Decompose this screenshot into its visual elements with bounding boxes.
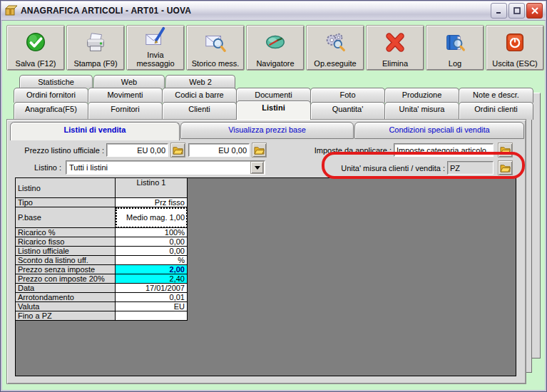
tab-statistiche[interactable]: Statistiche <box>19 75 93 88</box>
imposte-label: Imposte da applicare : <box>306 146 392 155</box>
close-icon <box>531 7 538 14</box>
subtab-listini-di-vendita[interactable]: Listini di vendita <box>10 122 180 140</box>
salva-button[interactable]: Salva (F12) <box>6 25 65 71</box>
minimize-button[interactable] <box>491 3 507 19</box>
prezzo-2-folder-button[interactable] <box>252 143 267 158</box>
table-row: Listino ufficiale 0,00 <box>16 247 188 256</box>
table-row: Tipo Prz fisso <box>16 198 188 207</box>
row-label: Sconto da listino uff. <box>16 256 116 265</box>
tab-clienti[interactable]: Clienti <box>162 102 237 120</box>
folder-icon <box>254 145 265 155</box>
listino-label: Listino : <box>14 163 61 172</box>
row-label: Data <box>16 284 116 293</box>
op-eseguite-button[interactable]: Op.eseguite <box>306 25 364 71</box>
prezzo-listino-input-2[interactable] <box>188 143 250 157</box>
toolbar-button-label: Elimina <box>382 59 408 68</box>
table-row: P.base Medio mag. 1,00 <box>16 207 188 228</box>
folder-icon <box>500 145 511 155</box>
row-value[interactable]: 0,00 <box>116 247 188 256</box>
toolbar: Salva (F12) Stampa (F9) Invia messaggio … <box>6 25 544 71</box>
combobox-dropdown-button[interactable] <box>250 161 264 174</box>
storico-messaggi-button[interactable]: Storico mess. <box>186 25 245 71</box>
imposte-folder-button[interactable] <box>498 143 513 158</box>
subtab-condizioni-speciali[interactable]: Condizioni speciali di vendita <box>354 122 524 139</box>
chevron-down-icon <box>255 166 260 170</box>
tab-foto[interactable]: Foto <box>310 88 385 103</box>
operations-search-icon <box>323 26 347 59</box>
elimina-button[interactable]: Elimina <box>366 25 424 71</box>
app-window: ANAGRAFICA ARTICOLI - ART01 - UOVA Salva… <box>0 0 547 392</box>
prezzo-listino-label: Prezzo listino ufficiale : <box>14 146 104 155</box>
title-bar: ANAGRAFICA ARTICOLI - ART01 - UOVA <box>1 1 546 21</box>
table-header-listino: Listino <box>16 178 116 198</box>
tab-note-e-descr[interactable]: Note e descr. <box>459 88 533 103</box>
stampa-button[interactable]: Stampa (F9) <box>66 25 125 71</box>
row-label: Arrotondamento <box>16 293 116 302</box>
tab-anagrafica[interactable]: Anagrafica(F5) <box>14 102 88 120</box>
table-header-listino-1: Listino 1 <box>116 178 188 198</box>
listino-combobox[interactable]: Tutti i listini <box>66 160 265 175</box>
invia-messaggio-button[interactable]: Invia messaggio <box>126 25 185 71</box>
toolbar-button-label: Op.eseguite <box>314 59 356 68</box>
imposte-input[interactable] <box>394 143 494 157</box>
window-title: ANAGRAFICA ARTICOLI - ART01 - UOVA <box>21 6 191 16</box>
row-label: Ricarico % <box>16 228 116 237</box>
row-label: Ricarico fisso <box>16 237 116 247</box>
tab-produzione[interactable]: Produzione <box>384 88 459 103</box>
row-value[interactable]: 0,00 <box>116 237 188 247</box>
printer-icon <box>83 26 108 59</box>
row-value[interactable]: EU <box>116 302 188 311</box>
listino-combobox-value: Tutti i listini <box>66 163 250 172</box>
navigator-compass-icon <box>263 26 287 59</box>
prezzo-listino-input-1[interactable] <box>106 143 168 157</box>
table-row: Ricarico % 100% <box>16 228 188 237</box>
row-value[interactable]: 100% <box>116 228 188 237</box>
row-label: Valuta <box>16 302 116 311</box>
row-value[interactable]: 0,01 <box>116 293 188 302</box>
tab-movimenti[interactable]: Movimenti <box>88 88 163 103</box>
row-label: Tipo <box>16 198 116 207</box>
tab-ordini-fornitori[interactable]: Ordini fornitori <box>14 88 88 103</box>
navigatore-button[interactable]: Navigatore <box>246 25 305 71</box>
tab-web[interactable]: Web <box>93 75 165 88</box>
tab-fornitori[interactable]: Fornitori <box>88 102 163 120</box>
toolbar-button-label: Storico mess. <box>192 59 240 68</box>
table-row: Ricarico fisso 0,00 <box>16 237 188 247</box>
app-box-icon <box>4 4 17 17</box>
subtab-visualizza-prezzi-base[interactable]: Visualizza prezzi base <box>180 122 354 139</box>
prezzo-1-folder-button[interactable] <box>170 143 185 158</box>
row-value-selected[interactable]: Medio mag. 1,00 <box>116 207 188 228</box>
table-row: Valuta EU <box>16 302 188 311</box>
unita-misura-input[interactable] <box>447 161 494 175</box>
table-row: Prezzo con imposte 20% 2,40 <box>16 274 188 284</box>
tab-codici-a-barre[interactable]: Codici a barre <box>162 88 237 103</box>
row-value[interactable]: 17/01/2007 <box>116 284 188 293</box>
send-message-icon <box>143 26 168 51</box>
log-book-icon <box>443 26 467 59</box>
uscita-button[interactable]: Uscita (ESC) <box>486 25 544 71</box>
row-label: P.base <box>16 207 116 228</box>
tab-ordini-clienti[interactable]: Ordini clienti <box>459 102 533 120</box>
tab-listini-active[interactable]: Listini <box>236 100 311 120</box>
maximize-button[interactable] <box>508 3 525 19</box>
row-label: Prezzo con imposte 20% <box>16 274 116 284</box>
table-header-row: Listino Listino 1 <box>16 178 188 198</box>
log-button[interactable]: Log <box>426 25 484 71</box>
row-value[interactable]: % <box>116 256 188 265</box>
tab-unita-misura[interactable]: Unita' misura <box>384 102 459 120</box>
close-button[interactable] <box>526 3 543 19</box>
row-value[interactable]: Prz fisso <box>116 198 188 207</box>
row-value[interactable] <box>116 311 188 321</box>
minimize-icon <box>496 7 503 14</box>
toolbar-button-label: Salva (F12) <box>16 59 56 68</box>
table-row: Prezzo senza imposte 2,00 <box>16 265 188 274</box>
tab-web-2[interactable]: Web 2 <box>165 75 235 88</box>
row-value-highlighted[interactable]: 2,00 <box>116 265 188 274</box>
row-label: Listino ufficiale <box>16 247 116 256</box>
unita-misura-folder-button[interactable] <box>498 160 513 175</box>
tab-quantita[interactable]: Quantita' <box>310 102 385 120</box>
toolbar-button-label: Stampa (F9) <box>73 59 117 68</box>
folder-icon <box>173 145 183 155</box>
row-value-highlighted[interactable]: 2,40 <box>116 274 188 284</box>
save-icon <box>24 26 48 59</box>
